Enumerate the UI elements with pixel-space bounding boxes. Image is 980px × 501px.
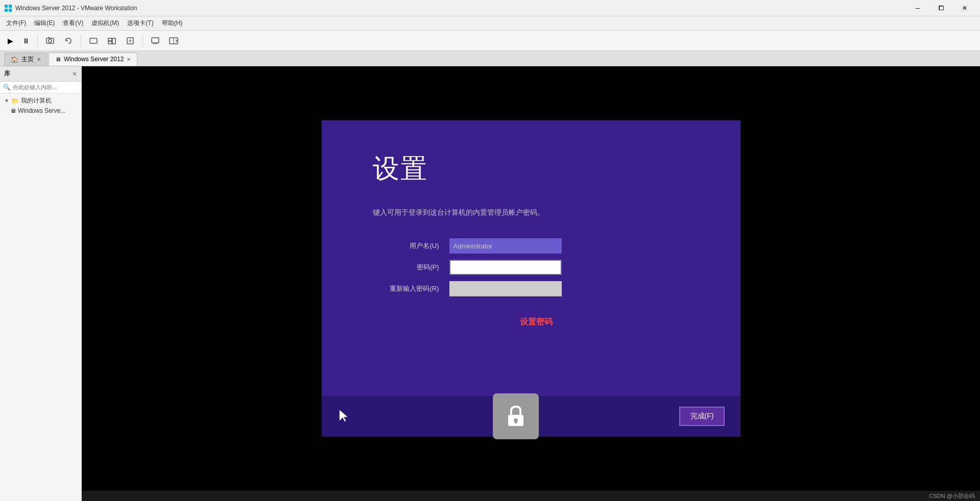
svg-point-5 xyxy=(49,39,52,42)
sidebar-title: 库 xyxy=(4,69,10,78)
winserver-tab-label: Windows Server 2012 xyxy=(64,56,124,63)
sidebar-close-btn[interactable]: ✕ xyxy=(72,70,77,78)
toolbar-power-btn[interactable]: ▶ xyxy=(4,33,17,49)
fullscreen-icon xyxy=(89,36,98,45)
unity-icon xyxy=(107,36,116,45)
svg-rect-9 xyxy=(108,41,112,44)
svg-rect-6 xyxy=(48,37,50,38)
my-computer-label: 我的计算机 xyxy=(21,96,52,105)
lock-button[interactable] xyxy=(493,393,539,439)
finish-button[interactable]: 完成(F) xyxy=(679,407,725,426)
menu-bar: 文件(F) 编辑(E) 查看(V) 虚拟机(M) 选项卡(T) 帮助(H) xyxy=(0,16,980,31)
tree-item-mycomputer[interactable]: ▼ 📁 我的计算机 xyxy=(0,95,81,106)
menu-tab[interactable]: 选项卡(T) xyxy=(123,17,157,30)
sidebar-header: 库 ✕ xyxy=(0,66,81,82)
guest-icon xyxy=(169,36,178,45)
toolbar-fullscreen-btn[interactable] xyxy=(85,33,102,49)
status-bar: CSDN @小邵会码 xyxy=(82,491,980,501)
revert-icon xyxy=(64,36,73,45)
toolbar-revert-btn[interactable] xyxy=(60,33,77,49)
svg-rect-16 xyxy=(515,420,517,423)
toolbar-snapshot-btn[interactable] xyxy=(42,33,58,49)
toolbar-unity-btn[interactable] xyxy=(104,33,120,49)
home-tab-label: 主页 xyxy=(21,55,34,64)
sidebar-search-input[interactable] xyxy=(13,84,78,90)
minimize-button[interactable]: ─ xyxy=(906,2,929,14)
svg-rect-7 xyxy=(90,38,97,43)
vm-icon: 🖥 xyxy=(10,108,16,114)
tab-home[interactable]: 🏠 主页 ✕ xyxy=(4,53,47,66)
window-title: Windows Server 2012 - VMware Workstation xyxy=(15,5,906,12)
svg-rect-12 xyxy=(152,38,159,43)
folder-icon: 📁 xyxy=(11,97,19,105)
expand-icon: ▼ xyxy=(4,98,9,104)
svg-rect-0 xyxy=(5,5,8,8)
setup-title: 设置 xyxy=(373,151,700,187)
password-row: 密码(P) xyxy=(373,260,700,275)
menu-file[interactable]: 文件(F) xyxy=(2,17,30,30)
vm-screen[interactable]: 设置 键入可用于登录到这台计算机的内置管理员帐户密码。 用户名(U) 密码(P) xyxy=(82,66,980,491)
vm-screen-container: 设置 键入可用于登录到这台计算机的内置管理员帐户密码。 用户名(U) 密码(P) xyxy=(82,66,980,501)
toolbar-stretch-btn[interactable] xyxy=(122,33,138,49)
title-bar: Windows Server 2012 - VMware Workstation… xyxy=(0,0,980,16)
search-icon: 🔍 xyxy=(3,84,11,91)
app-icon xyxy=(4,4,12,12)
toolbar-guest-btn[interactable] xyxy=(165,33,182,49)
svg-rect-10 xyxy=(112,38,115,44)
confirm-password-input[interactable] xyxy=(449,281,562,296)
status-text: CSDN @小邵会码 xyxy=(929,492,975,500)
password-label: 密码(P) xyxy=(373,263,439,272)
svg-rect-8 xyxy=(108,38,112,41)
tab-winserver[interactable]: 🖥 Windows Server 2012 ✕ xyxy=(49,53,137,66)
setup-content: 设置 键入可用于登录到这台计算机的内置管理员帐户密码。 用户名(U) 密码(P) xyxy=(322,120,740,396)
svg-rect-2 xyxy=(5,9,8,12)
toolbar: ▶ ⏸ xyxy=(0,31,980,51)
set-password-link[interactable]: 设置密码 xyxy=(373,317,700,328)
setup-screen: 设置 键入可用于登录到这台计算机的内置管理员帐户密码。 用户名(U) 密码(P) xyxy=(322,120,740,437)
setup-description: 键入可用于登录到这台计算机的内置管理员帐户密码。 xyxy=(373,207,700,218)
toolbar-console-btn[interactable] xyxy=(147,33,163,49)
restore-button[interactable]: ⧠ xyxy=(930,2,952,14)
menu-view[interactable]: 查看(V) xyxy=(59,17,87,30)
lock-icon xyxy=(504,404,528,429)
password-input[interactable] xyxy=(449,260,562,275)
app-layout: 库 ✕ 🔍 ▼ 📁 我的计算机 🖥 Windows Serve... xyxy=(0,66,980,501)
tab-bar: 🏠 主页 ✕ 🖥 Windows Server 2012 ✕ xyxy=(0,51,980,66)
setup-form: 用户名(U) 密码(P) 重新输入密码(R) xyxy=(373,238,700,296)
window-controls: ─ ⧠ ✕ xyxy=(906,2,976,14)
menu-help[interactable]: 帮助(H) xyxy=(158,17,187,30)
sidebar-search-bar: 🔍 xyxy=(0,82,81,93)
username-label: 用户名(U) xyxy=(373,241,439,251)
toolbar-sep-1 xyxy=(37,35,38,47)
sidebar: 库 ✕ 🔍 ▼ 📁 我的计算机 🖥 Windows Serve... xyxy=(0,66,82,501)
lock-container xyxy=(493,393,539,439)
close-button[interactable]: ✕ xyxy=(953,2,976,14)
toolbar-sep-2 xyxy=(81,35,81,47)
cursor-icon xyxy=(337,408,352,423)
sidebar-tree: ▼ 📁 我的计算机 🖥 Windows Serve... xyxy=(0,93,81,117)
setup-bottom-bar: 完成(F) xyxy=(322,396,740,437)
confirm-label: 重新输入密码(R) xyxy=(373,284,439,293)
toolbar-pause-btn[interactable]: ⏸ xyxy=(19,33,33,49)
toolbar-sep-3 xyxy=(142,35,143,47)
menu-edit[interactable]: 编辑(E) xyxy=(30,17,59,30)
home-tab-icon: 🏠 xyxy=(11,56,18,63)
winserver-tab-close[interactable]: ✕ xyxy=(127,57,131,62)
snapshot-icon xyxy=(45,36,55,45)
winserver-tab-icon: 🖥 xyxy=(55,56,61,62)
confirm-row: 重新输入密码(R) xyxy=(373,281,700,296)
console-icon xyxy=(151,36,160,45)
username-row: 用户名(U) xyxy=(373,238,700,254)
username-input[interactable] xyxy=(449,238,562,254)
svg-rect-1 xyxy=(9,5,12,8)
stretch-icon xyxy=(126,36,135,45)
tree-item-winserver[interactable]: 🖥 Windows Serve... xyxy=(0,106,81,115)
setup-cursor xyxy=(337,408,352,425)
menu-vm[interactable]: 虚拟机(M) xyxy=(87,17,123,30)
svg-rect-3 xyxy=(9,9,12,12)
winserver-tree-label: Windows Serve... xyxy=(18,107,65,114)
home-tab-close[interactable]: ✕ xyxy=(37,57,41,62)
